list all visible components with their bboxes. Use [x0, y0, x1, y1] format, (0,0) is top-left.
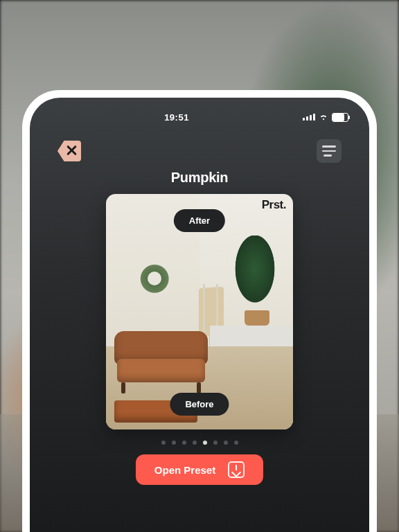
after-label: After: [174, 209, 225, 232]
cellular-signal-icon: [303, 114, 315, 121]
page-dot[interactable]: [213, 441, 218, 445]
before-label: Before: [170, 393, 229, 416]
brand-watermark: Prst.: [262, 198, 286, 212]
back-button[interactable]: [57, 141, 81, 161]
close-icon: [65, 144, 78, 157]
status-bar: 19:51: [30, 98, 369, 128]
page-dot[interactable]: [193, 441, 197, 445]
page-dot[interactable]: [182, 441, 186, 445]
preset-title: Pumpkin: [30, 170, 369, 186]
page-dot[interactable]: [161, 441, 166, 445]
open-preset-button[interactable]: Open Preset: [136, 454, 263, 485]
preset-preview[interactable]: Prst. After Before: [106, 194, 293, 429]
open-preset-label: Open Preset: [154, 464, 215, 476]
page-dot[interactable]: [234, 441, 238, 445]
wifi-icon: [319, 112, 328, 122]
device-frame: 19:51 Pumpkin: [22, 90, 377, 532]
top-actions: [30, 128, 369, 170]
status-indicators: [303, 112, 348, 122]
page-indicator[interactable]: [30, 441, 369, 445]
menu-button[interactable]: [317, 139, 342, 163]
page-dot[interactable]: [172, 441, 176, 445]
menu-icon: [322, 145, 336, 148]
download-icon: [228, 461, 245, 478]
page-dot[interactable]: [224, 441, 228, 445]
battery-icon: [332, 113, 348, 122]
app-screen: 19:51 Pumpkin: [30, 98, 369, 532]
page-dot[interactable]: [203, 441, 207, 445]
status-time: 19:51: [51, 112, 303, 123]
